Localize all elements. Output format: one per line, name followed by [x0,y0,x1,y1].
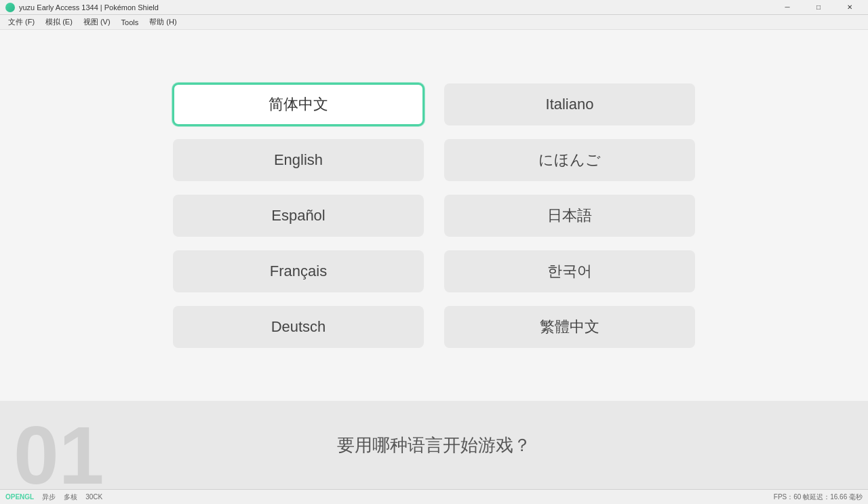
menu-view[interactable]: 视图 (V) [78,16,116,29]
lang-btn-nihongo-kanji[interactable]: 日本語 [444,195,695,237]
language-grid: 简体中文 Italiano English にほんご Español 日本語 F… [173,83,695,348]
lang-btn-traditional-chinese[interactable]: 繁體中文 [444,306,695,348]
lang-btn-deutsch[interactable]: Deutsch [173,306,424,348]
title-bar: yuzu Early Access 1344 | Pokémon Shield … [0,0,868,15]
lang-btn-espanol[interactable]: Español [173,195,424,237]
minimize-button[interactable]: ─ [772,0,803,15]
status-fps: FPS：60 [774,493,802,501]
maximize-button[interactable]: □ [803,0,834,15]
language-selection-area: 简体中文 Italiano English にほんご Español 日本語 F… [0,30,868,401]
title-bar-left: yuzu Early Access 1344 | Pokémon Shield [5,3,159,12]
lang-btn-english[interactable]: English [173,139,424,181]
status-multicore: 多核 [64,492,77,502]
status-sync: 异步 [42,492,56,502]
menu-tools[interactable]: Tools [116,16,144,29]
window-title: yuzu Early Access 1344 | Pokémon Shield [19,3,159,12]
lang-btn-francais[interactable]: Français [173,250,424,292]
status-frametime: 帧延迟：16.66 [803,493,847,501]
status-seconds: 毫秒 [849,493,863,501]
menu-emulation[interactable]: 模拟 (E) [40,16,78,29]
app-icon [5,3,15,12]
lang-btn-simplified-chinese[interactable]: 简体中文 [173,83,424,125]
status-bar: OPENGL 异步 多核 30CK FPS：60 帧延迟：16.66 毫秒 [0,489,868,504]
bottom-bg-number: 01 [14,414,104,489]
menu-help[interactable]: 帮助 (H) [144,16,182,29]
bottom-panel: 01 要用哪种语言开始游戏？ [0,401,868,489]
main-content: 简体中文 Italiano English にほんご Español 日本語 F… [0,30,868,489]
bottom-question-text: 要用哪种语言开始游戏？ [337,433,531,457]
status-opengl: OPENGL [5,493,34,501]
status-left: OPENGL 异步 多核 30CK [5,492,102,502]
window-controls: ─ □ ✕ [772,0,865,15]
menu-bar: 文件 (F) 模拟 (E) 视图 (V) Tools 帮助 (H) [0,15,868,30]
status-dock: 30CK [85,493,102,501]
menu-file[interactable]: 文件 (F) [3,16,40,29]
close-button[interactable]: ✕ [834,0,865,15]
status-right: FPS：60 帧延迟：16.66 毫秒 [774,492,863,502]
lang-btn-nihongo-kana[interactable]: にほんご [444,139,695,181]
lang-btn-korean[interactable]: 한국어 [444,250,695,292]
lang-btn-italiano[interactable]: Italiano [444,83,695,125]
